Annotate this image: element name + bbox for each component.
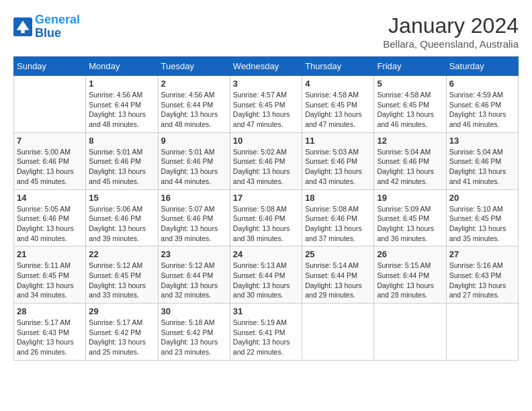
- calendar-cell: 22Sunrise: 5:12 AMSunset: 6:45 PMDayligh…: [86, 246, 158, 304]
- calendar-cell: [446, 304, 518, 361]
- day-number: 15: [89, 193, 154, 203]
- day-number: 11: [305, 136, 371, 146]
- calendar-cell: 16Sunrise: 5:07 AMSunset: 6:46 PMDayligh…: [158, 189, 230, 246]
- day-info: Sunrise: 5:04 AMSunset: 6:46 PMDaylight:…: [377, 147, 443, 187]
- day-info: Sunrise: 5:04 AMSunset: 6:46 PMDaylight:…: [449, 147, 515, 187]
- day-info: Sunrise: 5:17 AMSunset: 6:43 PMDaylight:…: [17, 318, 83, 357]
- calendar-cell: 10Sunrise: 5:02 AMSunset: 6:46 PMDayligh…: [230, 132, 302, 189]
- month-title: January 2024: [383, 13, 519, 38]
- calendar-cell: 13Sunrise: 5:04 AMSunset: 6:46 PMDayligh…: [446, 132, 518, 189]
- day-info: Sunrise: 5:18 AMSunset: 6:42 PMDaylight:…: [161, 318, 227, 357]
- calendar-cell: 24Sunrise: 5:13 AMSunset: 6:44 PMDayligh…: [230, 246, 302, 304]
- day-number: 22: [89, 249, 154, 259]
- day-info: Sunrise: 5:09 AMSunset: 6:45 PMDaylight:…: [377, 204, 443, 244]
- day-number: 5: [377, 79, 443, 89]
- calendar-cell: 11Sunrise: 5:03 AMSunset: 6:46 PMDayligh…: [302, 132, 374, 189]
- calendar-cell: 23Sunrise: 5:12 AMSunset: 6:44 PMDayligh…: [158, 246, 230, 304]
- day-of-week-header: Thursday: [302, 57, 374, 76]
- day-info: Sunrise: 5:11 AMSunset: 6:45 PMDaylight:…: [17, 261, 83, 300]
- calendar-table: SundayMondayTuesdayWednesdayThursdayFrid…: [13, 56, 519, 361]
- calendar-cell: 15Sunrise: 5:06 AMSunset: 6:46 PMDayligh…: [86, 189, 158, 246]
- day-number: 3: [233, 79, 299, 89]
- day-info: Sunrise: 5:00 AMSunset: 6:46 PMDaylight:…: [17, 147, 83, 187]
- calendar-cell: 31Sunrise: 5:19 AMSunset: 6:41 PMDayligh…: [230, 304, 302, 361]
- day-number: 6: [449, 79, 515, 89]
- calendar-cell: 7Sunrise: 5:00 AMSunset: 6:46 PMDaylight…: [14, 132, 86, 189]
- calendar-cell: [302, 304, 374, 361]
- calendar-cell: 27Sunrise: 5:16 AMSunset: 6:43 PMDayligh…: [446, 246, 518, 304]
- calendar-cell: 28Sunrise: 5:17 AMSunset: 6:43 PMDayligh…: [14, 304, 86, 361]
- calendar-cell: 18Sunrise: 5:08 AMSunset: 6:46 PMDayligh…: [302, 189, 374, 246]
- day-info: Sunrise: 5:03 AMSunset: 6:46 PMDaylight:…: [305, 147, 371, 187]
- calendar-cell: 25Sunrise: 5:14 AMSunset: 6:44 PMDayligh…: [302, 246, 374, 304]
- day-info: Sunrise: 4:56 AMSunset: 6:44 PMDaylight:…: [161, 90, 227, 130]
- day-number: 1: [89, 79, 154, 89]
- calendar-header-row: SundayMondayTuesdayWednesdayThursdayFrid…: [14, 57, 519, 76]
- day-info: Sunrise: 5:17 AMSunset: 6:42 PMDaylight:…: [89, 318, 154, 357]
- day-info: Sunrise: 5:16 AMSunset: 6:43 PMDaylight:…: [449, 261, 515, 300]
- day-of-week-header: Monday: [86, 57, 158, 76]
- day-info: Sunrise: 5:13 AMSunset: 6:44 PMDaylight:…: [233, 261, 299, 300]
- day-info: Sunrise: 5:08 AMSunset: 6:46 PMDaylight:…: [233, 204, 299, 244]
- day-number: 27: [449, 249, 515, 259]
- day-number: 4: [305, 79, 371, 89]
- day-number: 9: [161, 136, 227, 146]
- calendar-cell: 26Sunrise: 5:15 AMSunset: 6:44 PMDayligh…: [374, 246, 446, 304]
- day-info: Sunrise: 5:07 AMSunset: 6:46 PMDaylight:…: [161, 204, 227, 244]
- day-number: 18: [305, 193, 371, 203]
- day-info: Sunrise: 5:15 AMSunset: 6:44 PMDaylight:…: [377, 261, 443, 300]
- calendar-week-row: 28Sunrise: 5:17 AMSunset: 6:43 PMDayligh…: [14, 304, 519, 361]
- day-info: Sunrise: 4:58 AMSunset: 6:45 PMDaylight:…: [377, 90, 443, 130]
- day-info: Sunrise: 5:10 AMSunset: 6:45 PMDaylight:…: [449, 204, 515, 244]
- day-number: 25: [305, 249, 371, 259]
- calendar-cell: 5Sunrise: 4:58 AMSunset: 6:45 PMDaylight…: [374, 76, 446, 133]
- day-of-week-header: Saturday: [446, 57, 518, 76]
- day-info: Sunrise: 5:01 AMSunset: 6:46 PMDaylight:…: [161, 147, 227, 187]
- day-info: Sunrise: 4:59 AMSunset: 6:46 PMDaylight:…: [449, 90, 515, 130]
- logo: General Blue: [13, 13, 80, 40]
- calendar-cell: 1Sunrise: 4:56 AMSunset: 6:44 PMDaylight…: [86, 76, 158, 133]
- page-header: General Blue January 2024 Bellara, Queen…: [13, 13, 519, 50]
- day-number: 12: [377, 136, 443, 146]
- calendar-cell: 8Sunrise: 5:01 AMSunset: 6:46 PMDaylight…: [86, 132, 158, 189]
- day-number: 20: [449, 193, 515, 203]
- day-info: Sunrise: 5:05 AMSunset: 6:46 PMDaylight:…: [17, 204, 83, 244]
- day-number: 30: [161, 306, 227, 316]
- day-info: Sunrise: 5:12 AMSunset: 6:44 PMDaylight:…: [161, 261, 227, 300]
- day-info: Sunrise: 5:19 AMSunset: 6:41 PMDaylight:…: [233, 318, 299, 357]
- day-number: 10: [233, 136, 299, 146]
- day-number: 13: [449, 136, 515, 146]
- day-number: 26: [377, 249, 443, 259]
- calendar-cell: 17Sunrise: 5:08 AMSunset: 6:46 PMDayligh…: [230, 189, 302, 246]
- calendar-cell: 4Sunrise: 4:58 AMSunset: 6:45 PMDaylight…: [302, 76, 374, 133]
- title-block: January 2024 Bellara, Queensland, Austra…: [383, 13, 519, 50]
- day-info: Sunrise: 5:08 AMSunset: 6:46 PMDaylight:…: [305, 204, 371, 244]
- day-number: 23: [161, 249, 227, 259]
- calendar-cell: 3Sunrise: 4:57 AMSunset: 6:45 PMDaylight…: [230, 76, 302, 133]
- calendar-cell: [14, 76, 86, 133]
- day-number: 17: [233, 193, 299, 203]
- day-info: Sunrise: 4:56 AMSunset: 6:44 PMDaylight:…: [89, 90, 154, 130]
- location: Bellara, Queensland, Australia: [383, 38, 519, 50]
- day-number: 29: [89, 306, 154, 316]
- calendar-week-row: 7Sunrise: 5:00 AMSunset: 6:46 PMDaylight…: [14, 132, 519, 189]
- day-of-week-header: Wednesday: [230, 57, 302, 76]
- calendar-week-row: 21Sunrise: 5:11 AMSunset: 6:45 PMDayligh…: [14, 246, 519, 304]
- day-number: 8: [89, 136, 154, 146]
- day-info: Sunrise: 5:02 AMSunset: 6:46 PMDaylight:…: [233, 147, 299, 187]
- calendar-cell: 14Sunrise: 5:05 AMSunset: 6:46 PMDayligh…: [14, 189, 86, 246]
- day-info: Sunrise: 5:12 AMSunset: 6:45 PMDaylight:…: [89, 261, 154, 300]
- day-info: Sunrise: 4:57 AMSunset: 6:45 PMDaylight:…: [233, 90, 299, 130]
- day-number: 28: [17, 306, 83, 316]
- calendar-week-row: 14Sunrise: 5:05 AMSunset: 6:46 PMDayligh…: [14, 189, 519, 246]
- day-of-week-header: Sunday: [14, 57, 86, 76]
- calendar-cell: 30Sunrise: 5:18 AMSunset: 6:42 PMDayligh…: [158, 304, 230, 361]
- calendar-cell: 9Sunrise: 5:01 AMSunset: 6:46 PMDaylight…: [158, 132, 230, 189]
- day-number: 14: [17, 193, 83, 203]
- calendar-cell: 19Sunrise: 5:09 AMSunset: 6:45 PMDayligh…: [374, 189, 446, 246]
- calendar-cell: [374, 304, 446, 361]
- day-info: Sunrise: 5:01 AMSunset: 6:46 PMDaylight:…: [89, 147, 154, 187]
- svg-rect-2: [21, 29, 25, 34]
- calendar-cell: 20Sunrise: 5:10 AMSunset: 6:45 PMDayligh…: [446, 189, 518, 246]
- calendar-cell: 6Sunrise: 4:59 AMSunset: 6:46 PMDaylight…: [446, 76, 518, 133]
